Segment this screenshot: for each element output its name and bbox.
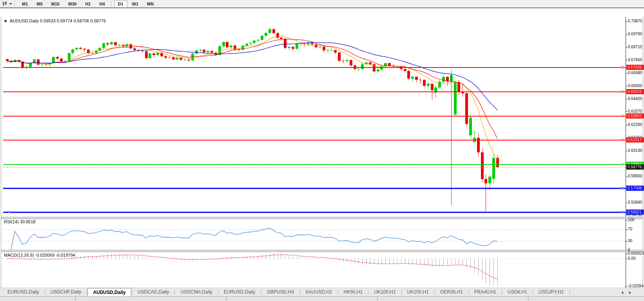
price-tick-label: 0.55840 — [628, 200, 642, 204]
price-tick — [626, 111, 628, 112]
statusbar-separator — [528, 297, 528, 301]
macd-panel-canvas[interactable] — [3, 252, 626, 288]
timeframe-button-m1[interactable]: M1 — [18, 0, 32, 8]
chart-tab-uk100-h1[interactable]: UK100,H1 — [402, 288, 434, 296]
tab-scroll-arrows — [621, 291, 635, 295]
chart-type-dropdown-icon[interactable] — [9, 3, 12, 5]
tab-separator — [368, 290, 368, 295]
price-tick — [626, 60, 628, 60]
price-tick — [626, 47, 628, 47]
candlestick-chart-icon[interactable] — [2, 1, 7, 6]
line-handle[interactable] — [622, 139, 624, 141]
chart-tab-usdjpy-h1[interactable]: USDJPY,H1 — [533, 288, 569, 296]
rsi-panel-canvas[interactable] — [3, 219, 626, 250]
price-tick-label: 0.64420 — [628, 97, 642, 101]
chart-tab-hk50-h1[interactable]: HK50,H1 — [339, 288, 368, 296]
price-tick — [626, 21, 628, 22]
tab-separator — [570, 290, 570, 295]
tab-separator — [132, 290, 132, 295]
macd-tick-label: 0.005923 — [628, 251, 644, 255]
tab-separator — [502, 290, 502, 295]
timeframe-button-m30[interactable]: M30 — [64, 0, 80, 8]
chart-tab-usoil-h1[interactable]: USOil,H1 — [503, 288, 532, 296]
timeframe-toolbar: M1M5M15M30H1H4D1W1MN — [17, 0, 158, 7]
panel-separator[interactable] — [1, 250, 643, 252]
price-tick — [626, 176, 628, 177]
price-tick — [626, 125, 628, 125]
rsi-tick-label: 30 — [628, 239, 632, 243]
line-handle[interactable] — [622, 211, 624, 213]
timeframe-button-m15[interactable]: M15 — [47, 0, 63, 8]
timeframe-button-h4[interactable]: H4 — [95, 0, 109, 8]
macd-tick-label: 0.00 — [628, 256, 635, 261]
rsi-tick — [626, 229, 628, 230]
tab-separator — [87, 290, 87, 295]
chart-tab-fra40-h1[interactable]: FRA40,H1 — [469, 288, 501, 296]
panel-separator[interactable] — [1, 217, 643, 219]
tab-separator — [45, 290, 45, 295]
tab-separator — [338, 290, 338, 295]
statusbar-separator — [75, 297, 76, 301]
rsi-indicator-label: RSI(14) 30.8518 — [4, 219, 36, 224]
tab-separator — [174, 290, 175, 295]
chart-tab-eurusd-daily[interactable]: EURUSD,Daily — [2, 288, 44, 296]
price-tick-label: 0.62290 — [628, 122, 642, 127]
timeframe-button-m5[interactable]: M5 — [33, 0, 46, 8]
line-handle[interactable] — [8, 211, 10, 213]
chart-title: AUDUSD,Daily 0.59533 0.59774 0.58706 0.5… — [4, 18, 106, 24]
macd-tick — [626, 286, 628, 286]
chart-title-text: AUDUSD,Daily 0.59533 0.59774 0.58706 0.5… — [10, 18, 106, 23]
price-tick-label: 0.65500 — [628, 84, 642, 88]
price-tick-label: 0.68710 — [628, 45, 642, 49]
price-tick-label: 0.70870 — [628, 19, 642, 23]
symbol-dropdown-icon[interactable] — [4, 20, 7, 22]
chart-tab-usdcad-daily[interactable]: USDCAD,Daily — [132, 288, 174, 296]
tab-separator — [468, 290, 469, 295]
chart-tab-ger30-h1[interactable]: GER30,H1 — [435, 288, 468, 296]
price-line-label: 0.55021 — [626, 210, 644, 215]
mt4-terminal: M1M5M15M30H1H4D1W1MN AUDUSD,Daily 0.5953… — [0, 0, 644, 301]
price-tick-label: 0.69790 — [628, 32, 642, 36]
chart-tab-eurusd-daily[interactable]: EURUSD,Daily — [219, 288, 261, 296]
statusbar-separator — [377, 297, 377, 301]
line-handle[interactable] — [622, 91, 624, 93]
timeframe-button-h1[interactable]: H1 — [81, 0, 94, 8]
price-chart-canvas[interactable] — [3, 17, 626, 217]
chart-tab-audusd-daily[interactable]: AUDUSD,Daily — [87, 288, 131, 297]
line-handle[interactable] — [622, 187, 624, 189]
tab-scroll-right-icon[interactable] — [629, 291, 631, 294]
current-price-label: 0.58776 — [626, 164, 644, 170]
tab-scroll-left-icon[interactable] — [621, 291, 623, 294]
line-handle[interactable] — [622, 115, 624, 117]
tab-separator — [218, 290, 218, 295]
chart-tab-bar: EURUSD,DailyUSDCHF,DailyAUDUSD,DailyUSDC… — [0, 288, 644, 297]
price-line-label: 0.57008 — [626, 186, 644, 191]
line-handle[interactable] — [622, 163, 624, 165]
chart-tab-gbpusd-h4[interactable]: GBPUSD,H4 — [261, 288, 299, 296]
line-handle[interactable] — [622, 66, 624, 68]
timeframe-button-mn[interactable]: MN — [143, 0, 158, 8]
toolbar-separator — [111, 1, 112, 6]
macd-tick — [626, 254, 628, 254]
chart-tab-usdchf-daily[interactable]: USDCHF,Daily — [45, 288, 87, 296]
rsi-tick — [626, 220, 628, 221]
chart-tab-uk100-h1[interactable]: UK100,H1 — [369, 288, 401, 296]
price-line-label: 0.65015 — [626, 89, 644, 94]
toolbar-grip — [14, 1, 16, 7]
price-tick-label: 0.67660 — [628, 58, 642, 62]
price-tick-label: 0.60130 — [628, 148, 642, 153]
chart-tab-usdcnh-daily[interactable]: USDCNH,Daily — [175, 288, 217, 296]
rsi-tick — [626, 250, 628, 250]
timeframe-button-w1[interactable]: W1 — [128, 0, 143, 8]
rsi-tick — [626, 241, 628, 241]
statusbar-separator — [226, 297, 227, 301]
chart-tab-xauusd-h1[interactable]: XAUUSD,H1 — [300, 288, 337, 296]
tab-separator — [299, 290, 300, 295]
status-bar — [0, 296, 644, 301]
price-tick — [626, 215, 628, 215]
price-tick-label: 0.66580 — [628, 71, 642, 75]
tab-separator — [434, 290, 435, 295]
macd-indicator-label: MACD(12,26,9) -0.020069 -0.019794 — [4, 253, 75, 257]
price-line-label: 0.63003 — [626, 113, 644, 119]
timeframe-button-d1[interactable]: D1 — [114, 0, 127, 8]
